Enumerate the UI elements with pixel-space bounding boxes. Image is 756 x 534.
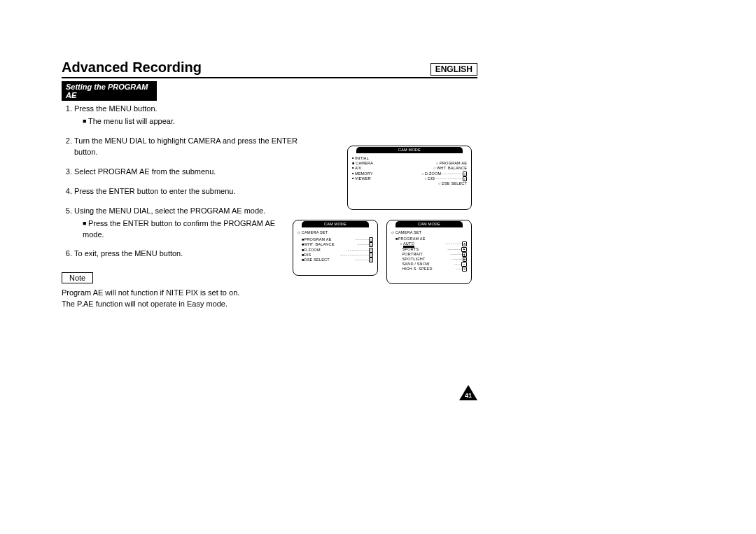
content-area: Press the MENU button. The menu list wil… bbox=[62, 104, 477, 309]
section-heading: Setting the PROGRAM AE bbox=[62, 81, 157, 101]
step-1: Press the MENU button. The menu list wil… bbox=[74, 104, 298, 127]
note-text: Program AE will not function if NITE PIX… bbox=[62, 288, 477, 309]
lcd-program-ae: CAM MODE CAMERA SET ■PROGRAM AE ○ AUTO··… bbox=[386, 220, 472, 284]
language-badge: ENGLISH bbox=[430, 63, 477, 76]
step-2: Turn the MENU DIAL to highlight CAMERA a… bbox=[74, 136, 298, 158]
header-row: Advanced Recording ENGLISH bbox=[62, 59, 477, 78]
instruction-list: Press the MENU button. The menu list wil… bbox=[62, 104, 298, 260]
lcd-camera-set: CAM MODE CAMERA SET ■PROGRAM AE·········… bbox=[293, 220, 378, 276]
note-label: Note bbox=[62, 272, 93, 283]
step-5: Using the MENU DIAL, select the PROGRAM … bbox=[74, 206, 298, 241]
lcd-main-menu: CAM MODE INITIAL ■ CAMERA PROGRAM AE A/V… bbox=[347, 146, 472, 210]
step-4: Press the ENTER button to enter the subm… bbox=[74, 186, 298, 197]
page-title: Advanced Recording bbox=[62, 59, 202, 76]
page-number: 41 bbox=[459, 392, 477, 399]
step-6: To exit, press the MENU button. bbox=[74, 248, 298, 260]
step-3: Select PROGRAM AE from the submenu. bbox=[74, 167, 298, 178]
manual-page: Advanced Recording ENGLISH Setting the P… bbox=[62, 59, 477, 309]
